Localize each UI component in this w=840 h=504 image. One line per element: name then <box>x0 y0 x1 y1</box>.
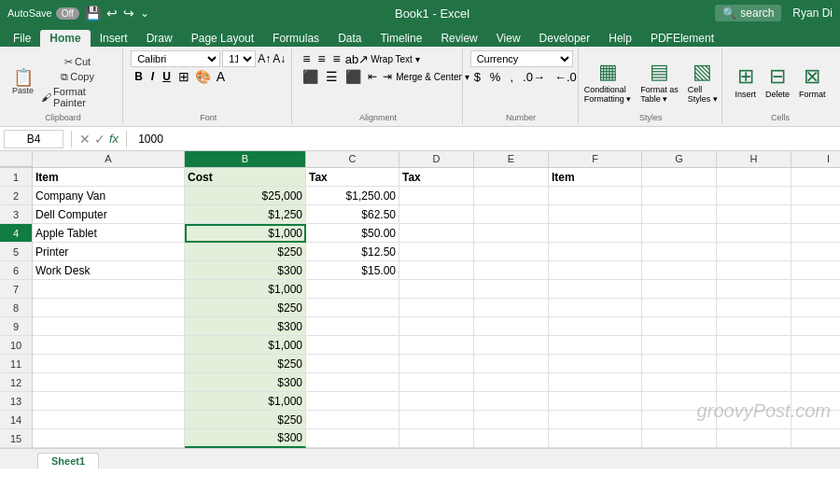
cell-d10[interactable] <box>399 336 474 355</box>
cell-a3[interactable]: Dell Computer <box>33 205 185 224</box>
cell-b6[interactable]: $300 <box>185 261 306 280</box>
row-num-9[interactable]: 9 <box>0 317 32 336</box>
cell-h15[interactable] <box>717 429 791 448</box>
cell-styles-button[interactable]: ▧ CellStyles ▾ <box>684 58 721 105</box>
cell-a13[interactable] <box>33 392 185 411</box>
row-num-1[interactable]: 1 <box>0 168 32 187</box>
cell-d11[interactable] <box>399 355 474 373</box>
row-num-15[interactable]: 15 <box>0 429 32 448</box>
cell-e2[interactable] <box>474 187 549 205</box>
cell-f2[interactable] <box>549 187 642 205</box>
cell-h6[interactable] <box>717 261 791 280</box>
cell-c2[interactable]: $1,250.00 <box>306 187 399 205</box>
cell-b4[interactable]: $1,000 <box>185 224 306 243</box>
cell-i14[interactable] <box>791 411 840 429</box>
cell-a12[interactable] <box>33 373 185 392</box>
cut-button[interactable]: ✂ Cut <box>38 55 117 69</box>
cell-c3[interactable]: $62.50 <box>306 205 399 224</box>
cell-i15[interactable] <box>791 429 840 448</box>
cell-h12[interactable] <box>717 373 791 392</box>
cell-c15[interactable] <box>306 429 399 448</box>
cell-d4[interactable] <box>399 224 474 243</box>
cell-d7[interactable] <box>399 280 474 299</box>
tab-developer[interactable]: Developer <box>530 30 600 47</box>
col-header-b[interactable]: B <box>185 151 306 167</box>
cell-a1[interactable]: Item <box>33 168 185 187</box>
indent-decrease-button[interactable]: ⇤ <box>366 70 379 83</box>
format-cells-button[interactable]: ⊠ Format <box>795 63 830 101</box>
cell-f11[interactable] <box>549 355 642 373</box>
cell-c10[interactable] <box>306 336 399 355</box>
copy-button[interactable]: ⧉ Copy <box>38 70 117 84</box>
increase-font-icon[interactable]: A↑ <box>258 52 271 65</box>
cell-g5[interactable] <box>642 243 717 261</box>
cell-f10[interactable] <box>549 336 642 355</box>
cell-g15[interactable] <box>642 429 717 448</box>
cell-h13[interactable] <box>717 392 791 411</box>
cell-c14[interactable] <box>306 411 399 429</box>
cell-g10[interactable] <box>642 336 717 355</box>
cell-e7[interactable] <box>474 280 549 299</box>
cell-h5[interactable] <box>717 243 791 261</box>
row-num-10[interactable]: 10 <box>0 336 32 355</box>
tab-data[interactable]: Data <box>329 30 371 47</box>
cell-f8[interactable] <box>549 299 642 317</box>
tab-review[interactable]: Review <box>431 30 486 47</box>
tab-draw[interactable]: Draw <box>137 30 182 47</box>
cell-f6[interactable] <box>549 261 642 280</box>
cell-h8[interactable] <box>717 299 791 317</box>
cell-a7[interactable] <box>33 280 185 299</box>
cell-e1[interactable] <box>474 168 549 187</box>
cell-f1[interactable]: Item <box>549 168 642 187</box>
cell-c13[interactable] <box>306 392 399 411</box>
col-header-d[interactable]: D <box>399 151 474 167</box>
cell-f14[interactable] <box>549 411 642 429</box>
align-top-right-button[interactable]: ≡ <box>330 50 343 67</box>
underline-button[interactable]: U <box>159 69 175 84</box>
cell-i11[interactable] <box>791 355 840 373</box>
cell-g12[interactable] <box>642 373 717 392</box>
cell-b8[interactable]: $250 <box>185 299 306 317</box>
cell-h2[interactable] <box>717 187 791 205</box>
tab-help[interactable]: Help <box>599 30 641 47</box>
indent-increase-button[interactable]: ⇥ <box>381 70 394 83</box>
cell-f4[interactable] <box>549 224 642 243</box>
cell-c5[interactable]: $12.50 <box>306 243 399 261</box>
cell-c12[interactable] <box>306 373 399 392</box>
cell-e6[interactable] <box>474 261 549 280</box>
cell-h7[interactable] <box>717 280 791 299</box>
save-icon[interactable]: 💾 <box>85 6 101 21</box>
cell-a8[interactable] <box>33 299 185 317</box>
row-num-2[interactable]: 2 <box>0 187 32 205</box>
cell-b3[interactable]: $1,250 <box>185 205 306 224</box>
tab-home[interactable]: Home <box>40 30 90 47</box>
tab-timeline[interactable]: Timeline <box>371 30 431 47</box>
cell-c7[interactable] <box>306 280 399 299</box>
font-color-button[interactable]: A <box>215 69 227 84</box>
cell-e12[interactable] <box>474 373 549 392</box>
increase-decimal-button[interactable]: .0→ <box>519 69 549 85</box>
cell-g14[interactable] <box>642 411 717 429</box>
cell-c11[interactable] <box>306 355 399 373</box>
cell-b13[interactable]: $1,000 <box>185 392 306 411</box>
cell-g11[interactable] <box>642 355 717 373</box>
fill-color-button[interactable]: 🎨 <box>193 69 213 84</box>
cell-a15[interactable] <box>33 429 185 448</box>
cancel-formula-icon[interactable]: ✕ <box>79 132 91 147</box>
row-num-4[interactable]: 4 <box>0 224 32 243</box>
cell-e13[interactable] <box>474 392 549 411</box>
font-size-select[interactable]: 11 <box>222 50 256 67</box>
insert-function-icon[interactable]: fx <box>109 132 119 147</box>
align-top-left-button[interactable]: ≡ <box>300 50 313 67</box>
cell-d15[interactable] <box>399 429 474 448</box>
cell-e15[interactable] <box>474 429 549 448</box>
percent-button[interactable]: % <box>486 69 505 85</box>
merge-center-button[interactable]: Merge & Center ▾ <box>396 72 469 82</box>
cell-a14[interactable] <box>33 411 185 429</box>
cell-b5[interactable]: $250 <box>185 243 306 261</box>
comma-button[interactable]: , <box>506 69 517 85</box>
cell-g3[interactable] <box>642 205 717 224</box>
cell-h9[interactable] <box>717 317 791 336</box>
cell-f12[interactable] <box>549 373 642 392</box>
cell-c6[interactable]: $15.00 <box>306 261 399 280</box>
